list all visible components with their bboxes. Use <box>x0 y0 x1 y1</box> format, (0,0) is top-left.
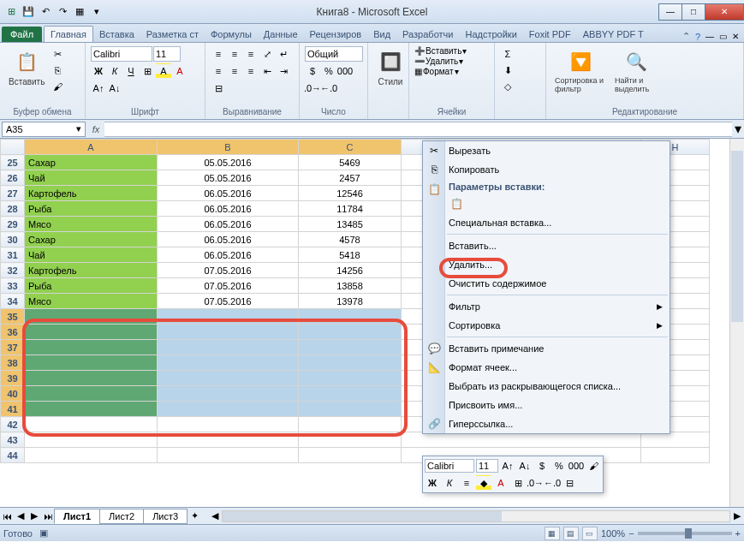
cell[interactable]: 11784 <box>299 201 402 217</box>
tab-foxit[interactable]: Foxit PDF <box>523 27 577 42</box>
cell[interactable] <box>25 417 158 432</box>
view-normal-icon[interactable]: ▦ <box>545 527 560 540</box>
cell[interactable] <box>158 417 299 432</box>
minimize-button[interactable]: — <box>658 3 682 21</box>
mini-size-combo[interactable] <box>476 459 498 473</box>
cell[interactable] <box>25 340 158 355</box>
font-name-combo[interactable] <box>91 46 152 62</box>
formula-input[interactable] <box>104 122 732 137</box>
column-header-b[interactable]: B <box>158 140 299 155</box>
zoom-slider[interactable] <box>638 532 732 535</box>
align-top-icon[interactable]: ≡ <box>211 46 226 62</box>
cell[interactable]: 07.05.2016 <box>158 278 299 294</box>
cell[interactable] <box>299 340 402 355</box>
align-mid-icon[interactable]: ≡ <box>227 46 242 62</box>
cell[interactable] <box>299 432 402 448</box>
comma-icon[interactable]: 000 <box>337 63 353 79</box>
cell[interactable]: 13978 <box>299 294 402 309</box>
cell[interactable] <box>25 432 158 448</box>
cell[interactable] <box>25 386 158 402</box>
cell[interactable]: Мясо <box>25 217 158 232</box>
font-size-combo[interactable] <box>153 46 181 62</box>
cell[interactable] <box>299 386 402 402</box>
cell[interactable] <box>158 309 299 325</box>
window-min-icon[interactable]: — <box>705 32 714 41</box>
tab-view[interactable]: Вид <box>367 27 396 42</box>
cell[interactable] <box>25 309 158 325</box>
horizontal-scrollbar[interactable]: ◀▶ <box>208 510 744 522</box>
tab-formulas[interactable]: Формулы <box>205 27 258 42</box>
mini-font-color-icon[interactable]: A <box>493 475 509 491</box>
cell[interactable] <box>158 448 299 463</box>
mini-fill-icon[interactable]: ◆ <box>476 475 491 491</box>
cell[interactable]: Чай <box>25 247 158 263</box>
paste-button[interactable]: 📋 Вставить <box>5 46 48 88</box>
select-all-corner[interactable] <box>1 140 25 155</box>
cell[interactable] <box>158 371 299 386</box>
sheet-nav-first-icon[interactable]: ⏮ <box>0 511 14 521</box>
cm-hyperlink[interactable]: 🔗Гиперссылка... <box>423 414 670 433</box>
column-header-c[interactable]: C <box>299 140 402 155</box>
cell[interactable]: 5418 <box>299 247 402 263</box>
mini-align-icon[interactable]: ≡ <box>459 475 474 491</box>
cm-define-name[interactable]: Присвоить имя... <box>423 396 670 414</box>
mini-inc-decimal-icon[interactable]: .0→ <box>527 475 543 491</box>
tab-abbyy[interactable]: ABBYY PDF T <box>577 27 650 42</box>
cell[interactable]: 06.05.2016 <box>158 201 299 217</box>
cut-icon[interactable]: ✂ <box>50 46 65 62</box>
name-box[interactable]: A35▾ <box>2 122 86 137</box>
fill-icon[interactable]: ⬇ <box>500 63 515 78</box>
cell[interactable]: Рыба <box>25 201 158 217</box>
cell[interactable] <box>299 417 402 432</box>
new-sheet-icon[interactable]: ✦ <box>187 510 201 521</box>
cell[interactable] <box>158 386 299 402</box>
zoom-out-icon[interactable]: − <box>628 528 634 539</box>
undo-icon[interactable]: ↶ <box>38 4 53 20</box>
save-icon[interactable]: 💾 <box>21 4 36 20</box>
mini-bold-icon[interactable]: Ж <box>425 475 440 491</box>
mini-grow-font-icon[interactable]: A↑ <box>500 458 515 474</box>
row-header[interactable]: 33 <box>1 278 25 294</box>
format-painter-icon[interactable]: 🖌 <box>50 79 65 94</box>
grow-font-icon[interactable]: A↑ <box>91 80 106 96</box>
cell[interactable] <box>299 371 402 386</box>
tab-layout[interactable]: Разметка ст <box>140 27 205 42</box>
view-layout-icon[interactable]: ▤ <box>563 527 579 540</box>
number-format-combo[interactable] <box>305 46 363 62</box>
row-header[interactable]: 31 <box>1 247 25 263</box>
sheet-nav-prev-icon[interactable]: ◀ <box>14 510 27 521</box>
cm-insert[interactable]: Вставить... <box>423 236 670 255</box>
cm-sort[interactable]: Сортировка▶ <box>423 316 670 335</box>
row-header[interactable]: 35 <box>1 309 25 325</box>
cell[interactable]: Картофель <box>25 186 158 201</box>
align-right-icon[interactable]: ≡ <box>243 63 259 79</box>
cell[interactable] <box>299 325 402 340</box>
file-tab[interactable]: Файл <box>2 27 42 42</box>
cells-format-button[interactable]: ▦Формат ▾ <box>414 67 459 76</box>
cell[interactable] <box>158 432 299 448</box>
mini-percent-icon[interactable]: % <box>551 458 567 474</box>
sheet-tab-2[interactable]: Лист2 <box>99 509 144 524</box>
cell[interactable]: 06.05.2016 <box>158 247 299 263</box>
sort-filter-button[interactable]: 🔽 Сортировка и фильтр <box>551 46 610 96</box>
border-icon[interactable]: ⊞ <box>140 63 155 79</box>
italic-icon[interactable]: К <box>107 63 122 79</box>
cell[interactable] <box>299 448 402 463</box>
orientation-icon[interactable]: ⤢ <box>259 46 275 62</box>
row-header[interactable]: 39 <box>1 371 25 386</box>
cell[interactable]: Сахар <box>25 232 158 247</box>
align-center-icon[interactable]: ≡ <box>227 63 242 79</box>
row-header[interactable]: 36 <box>1 325 25 340</box>
indent-icon[interactable]: ⇥ <box>276 63 291 79</box>
fill-color-icon[interactable]: A <box>156 63 171 79</box>
row-header[interactable]: 38 <box>1 355 25 371</box>
row-header[interactable]: 44 <box>1 448 25 463</box>
cm-comment[interactable]: 💬Вставить примечание <box>423 339 670 358</box>
clear-icon[interactable]: ◇ <box>500 79 515 94</box>
styles-button[interactable]: 🔲 Стили <box>373 46 408 88</box>
cm-dropdown-list[interactable]: Выбрать из раскрывающегося списка... <box>423 377 670 396</box>
cell[interactable]: Чай <box>25 170 158 186</box>
cell[interactable]: 13485 <box>299 217 402 232</box>
cell[interactable] <box>299 309 402 325</box>
formula-expand-icon[interactable]: ▾ <box>732 121 744 137</box>
